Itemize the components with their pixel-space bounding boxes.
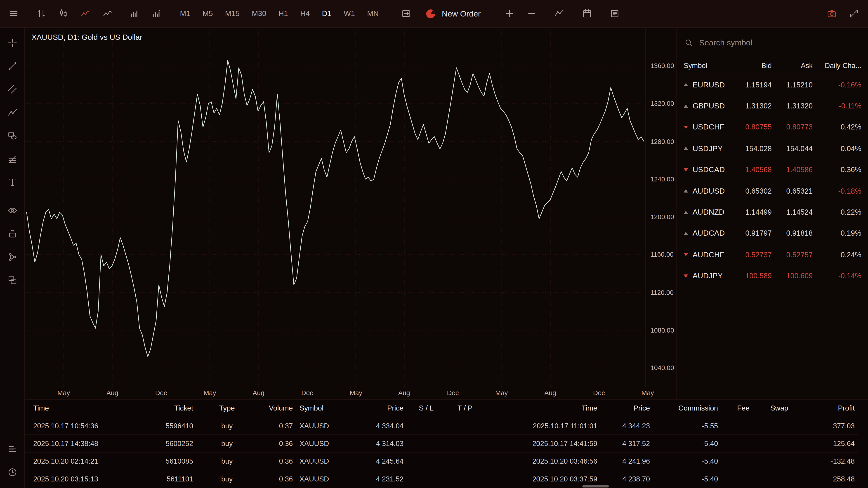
visibility-tool-button[interactable] (0, 199, 24, 222)
history-column-commission[interactable]: Commission (653, 400, 721, 417)
market-watch-row-eurusd[interactable]: EURUSD1.151941.15210-0.16% (677, 74, 868, 95)
area-chart-button[interactable] (96, 2, 119, 25)
market-watch-column-change[interactable]: Daily Cha... (813, 57, 862, 74)
market-watch-row-usdjpy[interactable]: USDJPY154.028154.0440.04% (677, 138, 868, 159)
history-column-time[interactable]: Time (25, 400, 158, 417)
zoom-out-button[interactable] (521, 2, 543, 25)
ask-value: 1.40586 (772, 166, 813, 174)
history-toggle-button[interactable] (0, 460, 24, 484)
history-column-sl[interactable]: S / L (407, 400, 445, 417)
windows-tool-button[interactable] (0, 268, 24, 292)
cell-time: 2025.10.20 03:15:13 (25, 470, 158, 487)
price-chart[interactable] (25, 28, 645, 387)
market-watch-panel: SymbolBidAskDaily Cha... EURUSD1.151941.… (677, 28, 868, 399)
history-column-ticket[interactable]: Ticket (158, 400, 196, 417)
text-tool-button[interactable] (0, 170, 24, 194)
market-watch-row-usdchf[interactable]: USDCHF0.807550.807730.42% (677, 117, 868, 138)
market-watch-column-bid[interactable]: Bid (727, 61, 772, 70)
history-row-5600252[interactable]: 2025.10.17 14:38:485600252buy0.36XAUUSD4… (25, 434, 858, 452)
market-watch-row-audnzd[interactable]: AUDNZD1.144991.145240.22% (677, 201, 868, 223)
price-axis-label: 1240.00 (651, 175, 674, 183)
timeframe-h4-button[interactable]: H4 (294, 2, 316, 25)
ask-value: 1.15210 (772, 80, 813, 89)
journal-button[interactable] (603, 2, 626, 25)
triangle-down-icon (684, 168, 688, 171)
price-axis[interactable]: 1360.001320.001280.001240.001200.001160.… (645, 28, 677, 387)
trading-app: M1M5M15M30H1H4D1W1MN New Order XAU (0, 0, 868, 488)
volumes-button[interactable] (123, 2, 145, 25)
timeframe-m1-button[interactable]: M1 (174, 2, 196, 25)
timeframe-m30-button[interactable]: M30 (246, 2, 272, 25)
symbol-name: USDCAD (692, 166, 725, 174)
market-watch-icon (7, 444, 18, 454)
chart-area[interactable]: XAUUSD, D1: Gold vs US Dollar 1360.00132… (25, 28, 676, 399)
market-watch-toggle-button[interactable] (0, 437, 24, 460)
text-icon (7, 177, 18, 187)
history-row-5611101[interactable]: 2025.10.20 03:15:135611101buy0.36XAUUSD4… (25, 470, 858, 487)
timeframe-m15-button[interactable]: M15 (219, 2, 246, 25)
daily-change-value: -0.11% (813, 102, 862, 110)
horizontal-scrollbar-thumb[interactable] (582, 485, 609, 488)
cell-close_time: 2025.10.20 03:37:59 (485, 470, 600, 487)
polyline-icon (7, 107, 18, 118)
market-watch-column-ask[interactable]: Ask (772, 61, 813, 70)
market-watch-row-gbpusd[interactable]: GBPUSD1.313021.31320-0.11% (677, 95, 868, 117)
indicators-button[interactable] (548, 2, 570, 25)
market-watch-row-audusd[interactable]: AUDUSD0.653020.65321-0.18% (677, 180, 868, 201)
history-row-5610085[interactable]: 2025.10.20 02:14:215610085buy0.36XAUUSD4… (25, 452, 858, 470)
drawing-toolbar (0, 28, 25, 488)
channel-tool-button[interactable] (0, 77, 24, 101)
market-watch-row-audchf[interactable]: AUDCHF0.527370.527570.24% (677, 244, 868, 265)
new-order-label: New Order (442, 9, 481, 18)
history-column-swap[interactable]: Swap (753, 400, 792, 417)
candlestick-chart-button[interactable] (52, 2, 74, 25)
timeframe-h1-button[interactable]: H1 (272, 2, 294, 25)
market-watch-row-audcad[interactable]: AUDCAD0.917970.918180.19% (677, 223, 868, 244)
timeframe-w1-button[interactable]: W1 (338, 2, 361, 25)
history-column-fee[interactable]: Fee (721, 400, 753, 417)
cell-swap (753, 434, 792, 452)
crosshair-tool-button[interactable] (0, 31, 24, 54)
time-axis[interactable]: MayAugDecMayAugDecMayAugDecMayAugDecMay (25, 387, 676, 399)
history-column-close_price[interactable]: Price (600, 400, 653, 417)
timeframe-mn-button[interactable]: MN (361, 2, 385, 25)
new-order-button[interactable]: New Order (420, 2, 485, 25)
timeframe-d1-button[interactable]: D1 (316, 2, 338, 25)
history-column-close_time[interactable]: Time (485, 400, 600, 417)
fibonacci-tool-button[interactable] (0, 147, 24, 170)
lock-tool-button[interactable] (0, 222, 24, 245)
symbol-name: AUDCHF (692, 251, 724, 259)
market-watch-row-audjpy[interactable]: AUDJPY100.589100.609-0.14% (677, 265, 868, 287)
history-column-type[interactable]: Type (196, 400, 257, 417)
search-input[interactable] (699, 38, 862, 47)
history-column-volume[interactable]: Volume (257, 400, 296, 417)
cell-tp (445, 434, 484, 452)
history-column-profit[interactable]: Profit (792, 400, 858, 417)
cell-volume: 0.36 (257, 434, 296, 452)
zoom-in-button[interactable] (498, 2, 521, 25)
chart-shift-button[interactable] (395, 2, 417, 25)
market-watch-row-usdcad[interactable]: USDCAD1.405681.405860.36% (677, 159, 868, 180)
menu-button[interactable] (3, 2, 23, 25)
timeframe-m5-button[interactable]: M5 (196, 2, 219, 25)
line-chart-button[interactable] (74, 2, 96, 25)
polyline-tool-button[interactable] (0, 101, 24, 124)
fullscreen-button[interactable] (842, 2, 865, 25)
price-axis-label: 1120.00 (651, 289, 674, 296)
trendline-tool-button[interactable] (0, 54, 24, 77)
history-column-symbol[interactable]: Symbol (296, 400, 363, 417)
history-row-5596410[interactable]: 2025.10.17 10:54:365596410buy0.37XAUUSD4… (25, 417, 858, 434)
market-watch-column-symbol[interactable]: Symbol (684, 61, 727, 70)
shapes-tool-button[interactable] (0, 124, 24, 147)
history-column-tp[interactable]: T / P (445, 400, 484, 417)
history-panel: TimeTicketTypeVolumeSymbolPriceS / LT / … (25, 399, 868, 488)
objects-tool-button[interactable] (0, 245, 24, 268)
symbol-name: GBPUSD (692, 102, 725, 110)
screenshot-button[interactable] (820, 2, 842, 25)
tick-volumes-button[interactable] (145, 2, 167, 25)
history-column-price[interactable]: Price (363, 400, 407, 417)
calendar-button[interactable] (576, 2, 598, 25)
chart-type-group (30, 2, 119, 25)
bar-chart-button[interactable] (30, 2, 52, 25)
cell-commission: -5.40 (653, 452, 721, 470)
